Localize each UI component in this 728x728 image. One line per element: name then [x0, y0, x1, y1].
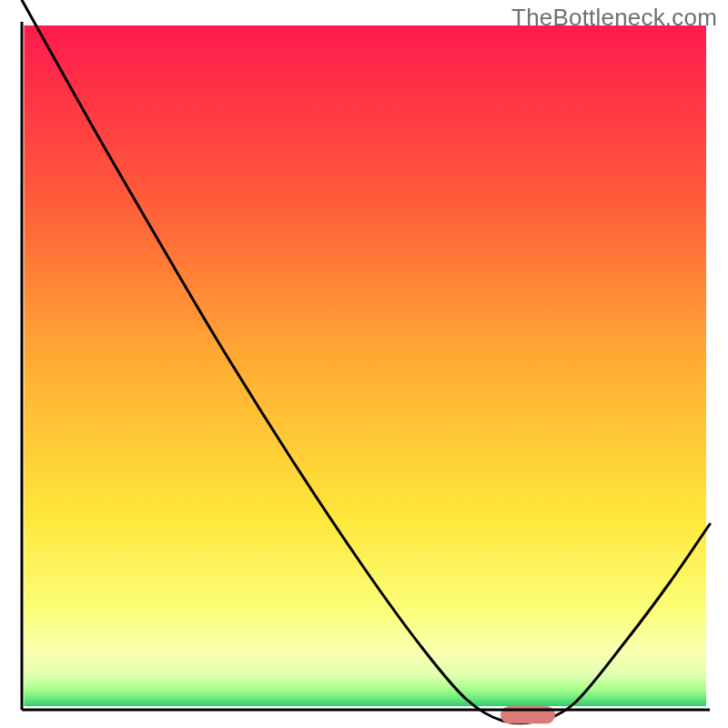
- watermark-label: TheBottleneck.com: [511, 4, 717, 32]
- bottleneck-chart: [0, 0, 728, 728]
- gradient-background: [24, 25, 706, 706]
- chart-container: TheBottleneck.com: [0, 0, 728, 728]
